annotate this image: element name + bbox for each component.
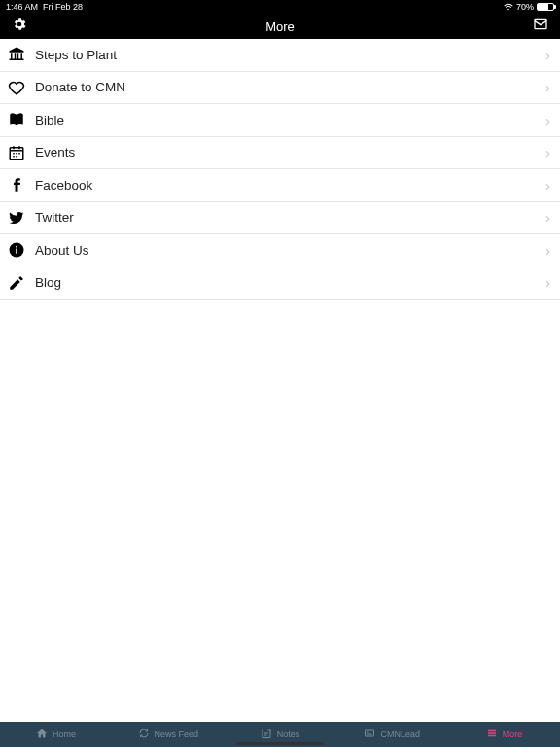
page-title: More — [27, 19, 533, 34]
status-bar: 1:46 AM Fri Feb 28 70% — [0, 0, 560, 14]
tab-label: News Feed — [155, 729, 199, 739]
pencil-icon — [8, 274, 25, 292]
menu-label: Donate to CMN — [35, 80, 545, 94]
battery-pct: 70% — [516, 2, 534, 12]
menu-label: About Us — [35, 243, 545, 258]
bank-icon — [8, 46, 25, 63]
mail-icon — [533, 17, 548, 32]
gear-icon — [12, 17, 27, 32]
menu-row-events[interactable]: Events› — [0, 137, 560, 170]
tab-label: Home — [52, 729, 76, 739]
chevron-right-icon: › — [545, 177, 550, 194]
home-indicator — [236, 742, 324, 745]
chevron-right-icon: › — [545, 112, 550, 128]
mail-button[interactable] — [533, 17, 548, 36]
menu-label: Blog — [35, 275, 545, 290]
tab-label: More — [503, 729, 523, 739]
status-left: 1:46 AM Fri Feb 28 — [6, 2, 83, 12]
status-date: Fri Feb 28 — [43, 2, 83, 12]
tab-label: CMNLead — [380, 729, 420, 739]
chevron-right-icon: › — [545, 242, 550, 259]
tab-news-feed[interactable]: News Feed — [112, 722, 224, 747]
chevron-right-icon: › — [545, 274, 550, 291]
info-icon — [8, 241, 25, 259]
chevron-right-icon: › — [545, 209, 550, 226]
calendar-icon — [8, 144, 25, 161]
wifi-icon — [504, 3, 513, 11]
nav-bar: More — [0, 14, 560, 39]
book-icon — [8, 111, 25, 128]
tab-label: Notes — [277, 729, 300, 739]
status-right: 70% — [504, 2, 554, 12]
menu-label: Events — [35, 145, 545, 160]
tab-home[interactable]: Home — [0, 722, 112, 747]
menu-row-steps-to-plant[interactable]: Steps to Plant› — [0, 39, 560, 72]
menu-label: Twitter — [35, 210, 545, 225]
chevron-right-icon: › — [545, 79, 550, 95]
svg-rect-6 — [366, 730, 374, 736]
heart-icon — [8, 79, 25, 96]
svg-point-4 — [16, 246, 18, 248]
chevron-right-icon: › — [545, 144, 550, 160]
home-icon — [36, 728, 48, 741]
menu-row-donate-to-cmn[interactable]: Donate to CMN› — [0, 72, 560, 105]
menu-row-bible[interactable]: Bible› — [0, 104, 560, 137]
menu-row-facebook[interactable]: Facebook› — [0, 169, 560, 202]
note-icon — [261, 728, 272, 741]
twitter-icon — [8, 209, 25, 227]
menu-icon — [486, 728, 498, 741]
facebook-icon — [8, 176, 25, 194]
menu-label: Bible — [35, 113, 545, 127]
tab-cmnlead[interactable]: CMNLead — [336, 722, 448, 747]
menu-label: Steps to Plant — [35, 48, 545, 62]
menu-row-about-us[interactable]: About Us› — [0, 234, 560, 267]
menu-row-blog[interactable]: Blog› — [0, 267, 560, 301]
menu-list: Steps to Plant›Donate to CMN›Bible›Event… — [0, 39, 560, 300]
menu-label: Facebook — [35, 178, 545, 193]
menu-row-twitter[interactable]: Twitter› — [0, 202, 560, 235]
refresh-icon — [138, 728, 150, 741]
status-time: 1:46 AM — [6, 2, 38, 12]
tab-more[interactable]: More — [448, 722, 560, 747]
settings-button[interactable] — [12, 17, 27, 36]
svg-rect-3 — [16, 249, 18, 254]
card-icon — [364, 728, 375, 741]
chevron-right-icon: › — [545, 47, 550, 63]
battery-icon — [537, 3, 554, 11]
